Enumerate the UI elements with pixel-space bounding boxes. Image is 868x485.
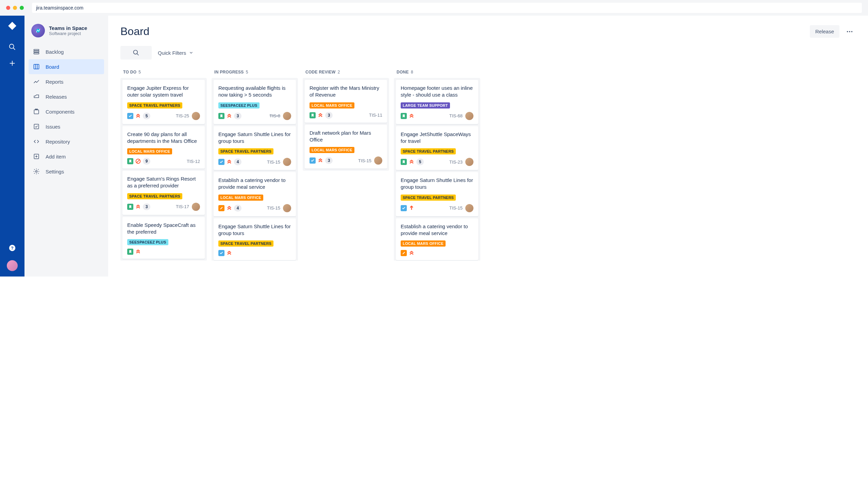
issue-card[interactable]: Engage Saturn Shuttle Lines for group to… xyxy=(214,126,296,170)
epic-tag[interactable]: SPACE TRAVEL PARTNERS xyxy=(218,240,273,247)
sidebar-item-label: Board xyxy=(46,64,59,70)
priority-icon xyxy=(227,205,232,211)
svg-line-1 xyxy=(13,48,15,50)
epic-tag[interactable]: LARGE TEAM SUPPORT xyxy=(401,102,450,108)
epic-tag[interactable]: LOCAL MARS OFFICE xyxy=(310,102,354,108)
issue-card[interactable]: Homepage footer uses an inline style - s… xyxy=(396,80,478,124)
minimize-window-icon[interactable] xyxy=(13,6,17,10)
epic-tag[interactable]: SPACE TRAVEL PARTNERS xyxy=(218,148,273,154)
epic-tag[interactable]: SPACE TRAVEL PARTNERS xyxy=(401,195,456,201)
issue-card[interactable]: Engage Saturn Shuttle Lines for group to… xyxy=(396,172,478,216)
more-menu-button[interactable] xyxy=(844,26,856,38)
column-body[interactable]: Register with the Mars Ministry of Reven… xyxy=(303,78,389,171)
issue-card[interactable]: Establish a catering vendor to provide m… xyxy=(396,218,478,261)
svg-text:?: ? xyxy=(11,246,14,251)
board-column: CODE REVIEW 2 Register with the Mars Min… xyxy=(303,66,389,261)
column-header: CODE REVIEW 2 xyxy=(303,66,389,78)
issue-type-icon xyxy=(127,113,133,119)
assignee-avatar[interactable] xyxy=(192,112,200,120)
issue-card[interactable]: Engage Saturn Shuttle Lines for group to… xyxy=(214,218,296,261)
svg-rect-7 xyxy=(34,49,39,50)
issue-key[interactable]: TIS-15 xyxy=(358,158,371,163)
issue-card[interactable]: Create 90 day plans for all departments … xyxy=(122,126,205,169)
issue-card[interactable]: Engage JetShuttle SpaceWays for travel S… xyxy=(396,126,478,170)
release-button[interactable]: Release xyxy=(810,25,839,38)
assignee-avatar[interactable] xyxy=(283,204,291,212)
issue-key[interactable]: TIS-68 xyxy=(449,113,463,118)
issue-type-icon xyxy=(218,159,224,165)
issue-key[interactable]: TIS-17 xyxy=(176,204,189,209)
page-title: Board xyxy=(120,25,149,38)
assignee-avatar[interactable] xyxy=(465,158,473,166)
epic-tag[interactable]: SPACE TRAVEL PARTNERS xyxy=(127,102,182,108)
priority-icon xyxy=(227,159,232,165)
sidebar-item-label: Reports xyxy=(46,79,64,85)
help-icon[interactable]: ? xyxy=(5,241,19,255)
epic-tag[interactable]: LOCAL MARS OFFICE xyxy=(310,147,354,153)
column-body[interactable]: Engage Jupiter Express for outer solar s… xyxy=(120,78,207,261)
board-search-input[interactable] xyxy=(120,46,152,60)
sidebar-item-components[interactable]: Components xyxy=(29,104,104,119)
close-window-icon[interactable] xyxy=(6,6,10,10)
issue-key[interactable]: TIS-12 xyxy=(187,159,200,164)
epic-tag[interactable]: LOCAL MARS OFFICE xyxy=(401,240,446,247)
svg-rect-14 xyxy=(35,109,36,110)
user-avatar[interactable] xyxy=(7,260,18,271)
issue-key[interactable]: TIS-15 xyxy=(267,160,280,165)
issue-key[interactable]: TIS-15 xyxy=(267,205,280,211)
story-points-badge: 4 xyxy=(234,158,241,165)
issue-key[interactable]: TIS-8 xyxy=(269,113,280,118)
epic-tag[interactable]: SEESPACEEZ PLUS xyxy=(218,102,260,108)
sidebar-item-add-item[interactable]: Add item xyxy=(29,149,104,164)
epic-tag[interactable]: SEESPACEEZ PLUS xyxy=(127,239,168,245)
board-column: TO DO 5 Engage Jupiter Express for outer… xyxy=(120,66,207,261)
epic-tag[interactable]: LOCAL MARS OFFICE xyxy=(127,148,172,154)
issue-card[interactable]: Requesting available flights is now taki… xyxy=(214,80,296,124)
issue-key[interactable]: TIS-15 xyxy=(449,205,463,211)
issue-card[interactable]: Register with the Mars Ministry of Reven… xyxy=(305,80,387,123)
epic-tag[interactable]: SPACE TRAVEL PARTNERS xyxy=(127,193,182,199)
assignee-avatar[interactable] xyxy=(283,112,291,120)
epic-tag[interactable]: SPACE TRAVEL PARTNERS xyxy=(401,148,456,154)
issue-type-icon xyxy=(401,113,407,119)
issue-key[interactable]: TIS-23 xyxy=(449,160,463,165)
sidebar-item-repository[interactable]: Repository xyxy=(29,134,104,149)
svg-rect-8 xyxy=(34,51,39,52)
story-points-badge: 4 xyxy=(234,205,241,212)
maximize-window-icon[interactable] xyxy=(20,6,24,10)
browser-chrome: jira.teamsinspace.com xyxy=(0,0,868,16)
assignee-avatar[interactable] xyxy=(374,156,382,165)
column-body[interactable]: Requesting available flights is now taki… xyxy=(212,78,298,261)
jira-logo-icon[interactable] xyxy=(7,21,18,32)
issue-card[interactable]: Enable Speedy SpaceCraft as the preferre… xyxy=(122,217,205,259)
board-column: DONE 8 Homepage footer uses an inline st… xyxy=(394,66,480,261)
issue-type-icon xyxy=(127,249,133,255)
epic-tag[interactable]: LOCAL MARS OFFICE xyxy=(218,195,263,201)
assignee-avatar[interactable] xyxy=(192,203,200,211)
issue-card[interactable]: Engage Jupiter Express for outer solar s… xyxy=(122,80,205,124)
column-body[interactable]: Homepage footer uses an inline style - s… xyxy=(394,78,480,261)
create-icon[interactable] xyxy=(5,56,19,70)
assignee-avatar[interactable] xyxy=(465,112,473,120)
quick-filters-dropdown[interactable]: Quick Filters xyxy=(158,50,194,56)
assignee-avatar[interactable] xyxy=(465,204,473,212)
sidebar-item-issues[interactable]: Issues xyxy=(29,119,104,134)
assignee-avatar[interactable] xyxy=(283,158,291,166)
main-content: Board Release Quick Filters TO DO 5 xyxy=(108,16,868,277)
issue-title: Engage Saturn's Rings Resort as a prefer… xyxy=(127,175,200,189)
issue-card[interactable]: Engage Saturn's Rings Resort as a prefer… xyxy=(122,171,205,215)
svg-point-22 xyxy=(849,31,850,32)
sidebar-item-backlog[interactable]: Backlog xyxy=(29,44,104,59)
sidebar-item-reports[interactable]: Reports xyxy=(29,74,104,89)
sidebar-item-board[interactable]: Board xyxy=(29,59,104,74)
issue-card[interactable]: Draft network plan for Mars Office LOCAL… xyxy=(305,125,387,169)
sidebar-item-settings[interactable]: Settings xyxy=(29,164,104,179)
sidebar-item-label: Releases xyxy=(46,94,67,100)
issue-key[interactable]: TIS-11 xyxy=(369,113,382,118)
story-points-badge: 5 xyxy=(143,113,150,119)
search-icon[interactable] xyxy=(5,40,19,54)
issue-key[interactable]: TIS-25 xyxy=(176,113,189,118)
issue-card[interactable]: Establish a catering vendor to provide m… xyxy=(214,172,296,216)
sidebar-item-releases[interactable]: Releases xyxy=(29,89,104,104)
url-bar[interactable]: jira.teamsinspace.com xyxy=(32,3,862,13)
